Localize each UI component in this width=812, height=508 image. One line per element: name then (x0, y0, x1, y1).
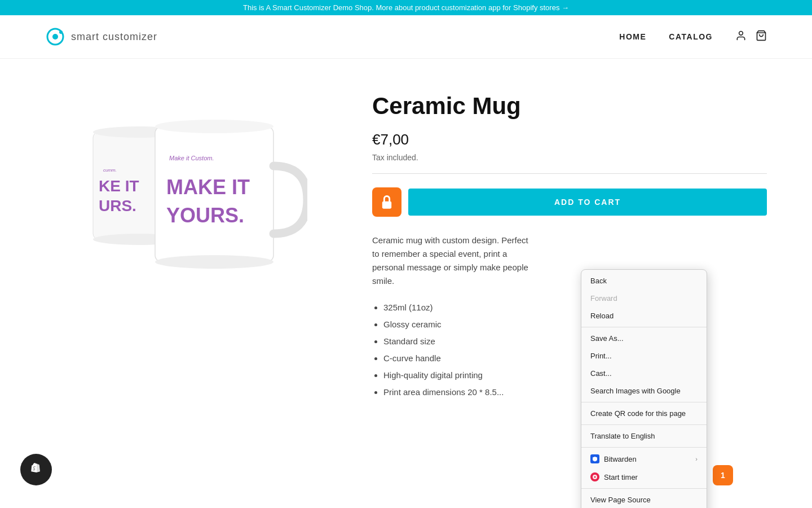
product-features: 325ml (11oz) Glossy ceramic Standard siz… (372, 299, 767, 401)
svg-point-2 (59, 30, 63, 34)
shopify-icon (28, 461, 45, 478)
ctx-save-as[interactable]: Save As... (581, 330, 707, 347)
ctx-reload-label: Reload (590, 312, 614, 320)
notification-badge[interactable]: 1 (713, 465, 733, 485)
top-banner[interactable]: This is A Smart Customizer Demo Shop. Mo… (0, 0, 812, 15)
product-details: Ceramic Mug €7,00 Tax included. ADD TO C… (372, 81, 767, 401)
ctx-print[interactable]: Print... (581, 347, 707, 365)
product-price: €7,00 (372, 131, 767, 148)
shopify-bubble[interactable] (20, 454, 52, 485)
ctx-print-label: Print... (590, 352, 612, 360)
ctx-separator-4 (581, 447, 707, 448)
feature-item: 325ml (11oz) (383, 299, 767, 316)
nav: HOME CATALOG (619, 30, 767, 44)
login-icon[interactable] (735, 30, 747, 44)
ctx-start-timer-left: Start timer (590, 472, 638, 481)
ctx-translate-label: Translate to English (590, 432, 655, 440)
ctx-separator-5 (581, 488, 707, 489)
context-menu: Back Forward Reload Save As... Print... … (581, 269, 707, 508)
customize-button[interactable] (372, 187, 401, 217)
svg-text:KE IT: KE IT (99, 177, 139, 195)
svg-point-3 (739, 31, 743, 35)
feature-item: High-quality digital printing (383, 367, 767, 384)
ctx-separator-2 (581, 402, 707, 402)
svg-point-13 (155, 120, 273, 133)
logo-text: smart customizer (71, 31, 157, 43)
ctx-save-as-label: Save As... (590, 334, 624, 343)
svg-text:URS.: URS. (99, 197, 136, 214)
product-title: Ceramic Mug (372, 93, 767, 120)
cart-icon[interactable] (756, 30, 767, 44)
ctx-reload[interactable]: Reload (581, 307, 707, 325)
svg-text:MAKE IT: MAKE IT (166, 176, 250, 199)
timer-icon (590, 472, 599, 481)
feature-item: Glossy ceramic (383, 316, 767, 333)
ctx-cast[interactable]: Cast... (581, 365, 707, 382)
tax-info: Tax included. (372, 153, 767, 162)
ctx-create-qr-label: Create QR code for this page (590, 409, 686, 418)
ctx-search-images-label: Search Images with Google (590, 387, 681, 395)
ctx-start-timer-label: Start timer (604, 473, 638, 481)
nav-home[interactable]: HOME (619, 32, 646, 41)
ctx-forward-label: Forward (590, 294, 617, 303)
ctx-bitwarden[interactable]: Bitwarden › (581, 450, 707, 468)
ctx-back-label: Back (590, 277, 607, 285)
ctx-start-timer[interactable]: Start timer (581, 468, 707, 486)
header: smart customizer HOME CATALOG (0, 15, 812, 59)
svg-point-12 (155, 255, 273, 269)
nav-icons (735, 30, 767, 44)
svg-rect-17 (382, 202, 391, 209)
ctx-search-images[interactable]: Search Images with Google (581, 382, 707, 400)
logo-area[interactable]: smart customizer (45, 27, 157, 47)
svg-text:cumm.: cumm. (103, 168, 117, 173)
feature-item: Print area dimensions 20 * 8.5... (383, 384, 767, 401)
ctx-bitwarden-left: Bitwarden (590, 454, 637, 463)
nav-catalog[interactable]: CATALOG (669, 32, 713, 41)
ctx-view-source[interactable]: View Page Source (581, 491, 707, 508)
add-to-cart-button[interactable]: ADD TO CART (408, 189, 767, 216)
ctx-bitwarden-label: Bitwarden (604, 455, 637, 463)
logo-icon (45, 27, 65, 47)
ctx-back[interactable]: Back (581, 272, 707, 290)
feature-item: C-curve handle (383, 350, 767, 367)
ctx-forward: Forward (581, 290, 707, 307)
ctx-view-source-label: View Page Source (590, 496, 651, 504)
ctx-cast-label: Cast... (590, 369, 612, 378)
ctx-create-qr[interactable]: Create QR code for this page (581, 405, 707, 422)
product-image-container: cumm. KE IT URS. Make it Custom. MAKE IT… (45, 81, 327, 307)
feature-item: Standard size (383, 333, 767, 350)
bitwarden-icon (590, 454, 599, 463)
svg-point-19 (594, 476, 596, 478)
ctx-translate[interactable]: Translate to English (581, 427, 707, 445)
svg-text:YOURS.: YOURS. (166, 204, 244, 227)
notification-count: 1 (721, 471, 725, 480)
product-description: Ceramic mug with custom design. Perfect … (372, 234, 530, 288)
banner-text: This is A Smart Customizer Demo Shop. Mo… (243, 3, 569, 12)
svg-text:Make it Custom.: Make it Custom. (169, 155, 214, 161)
bitwarden-submenu-arrow: › (695, 456, 698, 462)
price-divider (372, 173, 767, 174)
action-row: ADD TO CART (372, 187, 767, 217)
product-images: cumm. KE IT URS. Make it Custom. MAKE IT… (65, 98, 307, 290)
ctx-separator-1 (581, 327, 707, 327)
svg-point-1 (52, 34, 58, 40)
ctx-separator-3 (581, 424, 707, 425)
